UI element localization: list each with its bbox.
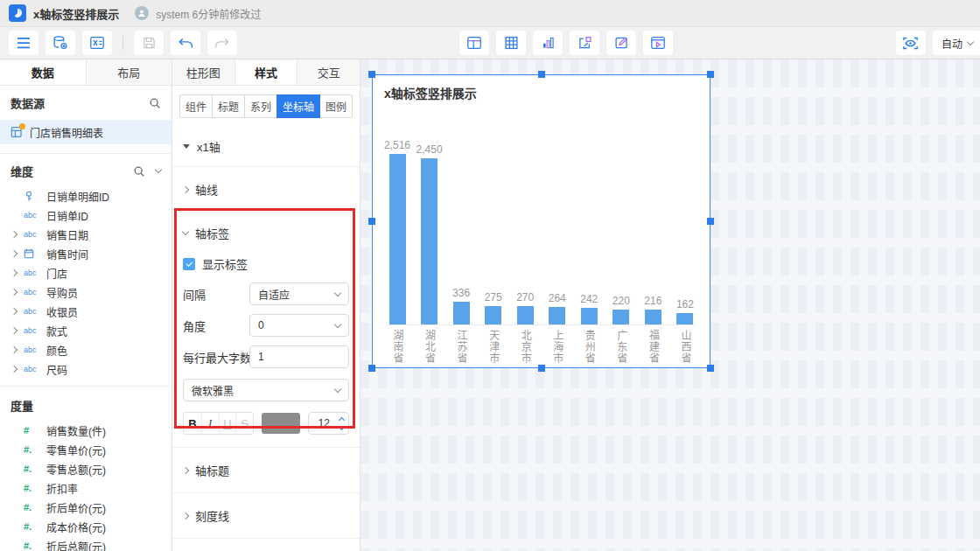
measure-item[interactable]: #.零售单价(元) bbox=[0, 440, 172, 459]
resize-handle[interactable] bbox=[368, 218, 375, 225]
dimension-item[interactable]: abc收银员 bbox=[0, 302, 172, 321]
dimension-item[interactable]: 日销单明细ID bbox=[0, 186, 172, 206]
style-subtab-图例[interactable]: 图例 bbox=[319, 94, 353, 118]
bar-column[interactable]: 2,516 bbox=[387, 139, 408, 324]
measure-item[interactable]: #.零售总额(元) bbox=[0, 459, 172, 478]
measure-item[interactable]: #销售数量(件) bbox=[0, 421, 172, 440]
bar-column[interactable]: 264 bbox=[547, 292, 568, 324]
dimension-item[interactable]: 销售时间 bbox=[0, 244, 172, 263]
bar-column[interactable]: 270 bbox=[514, 291, 536, 324]
expand-chevron-icon[interactable] bbox=[11, 328, 24, 333]
dashboard-canvas[interactable]: x轴标签竖排展示 2,5162,450336275270264242220216… bbox=[360, 59, 980, 551]
measure-item[interactable]: #.成本价格(元) bbox=[0, 517, 172, 536]
grid-table-button[interactable] bbox=[496, 31, 526, 55]
expand-chevron-icon[interactable] bbox=[11, 251, 24, 256]
expand-chevron-icon[interactable] bbox=[11, 270, 24, 276]
chart-widget[interactable]: x轴标签竖排展示 2,5162,450336275270264242220216… bbox=[372, 74, 710, 368]
axis-label-section-header[interactable]: 轴标签 bbox=[183, 213, 349, 247]
x1-axis-section[interactable]: x1轴 bbox=[172, 127, 360, 166]
bar-column[interactable]: 216 bbox=[642, 295, 663, 324]
screen-mode-dropdown[interactable]: 自动 bbox=[933, 31, 980, 55]
settings-tab-交互[interactable]: 交互 bbox=[297, 59, 360, 85]
bar[interactable] bbox=[389, 154, 406, 324]
chevron-down-icon[interactable] bbox=[339, 423, 345, 429]
bar[interactable] bbox=[549, 307, 565, 324]
datasource-button[interactable] bbox=[46, 31, 75, 55]
bar[interactable] bbox=[645, 310, 662, 324]
dimension-item[interactable]: abc销售日期 bbox=[0, 225, 172, 244]
interval-select[interactable]: 自适应 bbox=[249, 282, 349, 305]
bar-column[interactable]: 336 bbox=[451, 287, 472, 324]
font-family-select[interactable]: 微软雅黑 bbox=[183, 379, 349, 401]
measure-item[interactable]: #.折后单价(元) bbox=[0, 498, 172, 517]
sidebar-tab-数据[interactable]: 数据 bbox=[0, 59, 86, 85]
bar-column[interactable]: 275 bbox=[483, 291, 504, 324]
angle-select[interactable]: 0 bbox=[249, 314, 349, 337]
settings-tab-柱形图[interactable]: 柱形图 bbox=[172, 59, 234, 85]
bold-button[interactable]: B bbox=[184, 413, 201, 434]
style-subtab-系列[interactable]: 系列 bbox=[244, 94, 277, 118]
resize-handle[interactable] bbox=[707, 218, 714, 225]
bar-column[interactable]: 2,450 bbox=[419, 143, 440, 324]
measure-item[interactable]: #.折扣率 bbox=[0, 478, 172, 498]
excel-export-button[interactable] bbox=[82, 31, 112, 55]
resize-handle[interactable] bbox=[538, 71, 545, 78]
strikethrough-button[interactable]: S bbox=[235, 413, 253, 434]
bar-column[interactable]: 220 bbox=[611, 295, 632, 324]
redo-button[interactable] bbox=[207, 31, 237, 55]
resize-handle[interactable] bbox=[368, 365, 375, 372]
export-share-button[interactable] bbox=[570, 31, 599, 55]
bar-chart-button[interactable] bbox=[533, 31, 563, 55]
dimension-item[interactable]: abc门店 bbox=[0, 263, 172, 282]
style-subtab-坐标轴[interactable]: 坐标轴 bbox=[276, 94, 320, 118]
preview-button[interactable] bbox=[896, 31, 926, 55]
split-line-section[interactable]: 分割线 bbox=[172, 538, 360, 551]
dimension-item[interactable]: abc颜色 bbox=[0, 340, 172, 359]
search-icon[interactable] bbox=[133, 165, 145, 178]
tick-line-section[interactable]: 刻度线 bbox=[172, 492, 360, 538]
dimension-item[interactable]: abc尺码 bbox=[0, 359, 172, 379]
bar[interactable] bbox=[517, 306, 534, 324]
bar[interactable] bbox=[676, 313, 693, 324]
expand-chevron-icon[interactable] bbox=[11, 366, 24, 372]
expand-chevron-icon[interactable] bbox=[11, 289, 24, 295]
resize-handle[interactable] bbox=[707, 71, 714, 78]
settings-tab-样式[interactable]: 样式 bbox=[234, 59, 298, 85]
menu-button[interactable] bbox=[9, 31, 38, 55]
underline-button[interactable]: U bbox=[219, 413, 236, 434]
bar[interactable] bbox=[581, 308, 598, 324]
play-window-button[interactable] bbox=[643, 31, 673, 55]
resize-handle[interactable] bbox=[538, 365, 545, 372]
bar-column[interactable]: 162 bbox=[675, 298, 696, 324]
dashboard-layout-button[interactable] bbox=[459, 31, 489, 55]
bar[interactable] bbox=[453, 302, 470, 324]
dimension-item[interactable]: abc导购员 bbox=[0, 282, 172, 302]
max-chars-input[interactable]: 1 bbox=[249, 345, 349, 368]
sidebar-tab-布局[interactable]: 布局 bbox=[86, 59, 172, 85]
font-size-stepper[interactable]: 12 bbox=[308, 412, 349, 435]
chevron-up-icon[interactable] bbox=[339, 416, 345, 422]
axis-title-section[interactable]: 轴标题 bbox=[172, 447, 360, 492]
datasource-item[interactable]: 门店销售明细表 bbox=[0, 120, 172, 144]
style-subtab-标题[interactable]: 标题 bbox=[212, 94, 245, 118]
bar[interactable] bbox=[612, 310, 629, 324]
search-icon[interactable] bbox=[149, 97, 161, 109]
resize-handle[interactable] bbox=[368, 71, 375, 78]
bar-column[interactable]: 242 bbox=[578, 293, 599, 324]
dimension-item[interactable]: abc款式 bbox=[0, 321, 172, 340]
axis-line-section[interactable]: 轴线 bbox=[172, 166, 360, 212]
dimension-item[interactable]: abc日销单ID bbox=[0, 206, 172, 225]
chevron-down-icon[interactable] bbox=[155, 166, 162, 173]
resize-handle[interactable] bbox=[707, 365, 714, 372]
expand-chevron-icon[interactable] bbox=[11, 347, 24, 352]
font-color-swatch[interactable] bbox=[262, 413, 299, 434]
edit-button[interactable] bbox=[606, 31, 636, 55]
expand-chevron-icon[interactable] bbox=[11, 232, 24, 237]
style-subtab-组件[interactable]: 组件 bbox=[179, 94, 213, 118]
save-button[interactable] bbox=[134, 31, 164, 55]
undo-button[interactable] bbox=[171, 31, 200, 55]
bar[interactable] bbox=[421, 158, 438, 324]
italic-button[interactable]: I bbox=[201, 413, 219, 434]
show-label-checkbox[interactable] bbox=[183, 258, 195, 270]
measure-item[interactable]: #.折后总额(元) bbox=[0, 536, 172, 551]
